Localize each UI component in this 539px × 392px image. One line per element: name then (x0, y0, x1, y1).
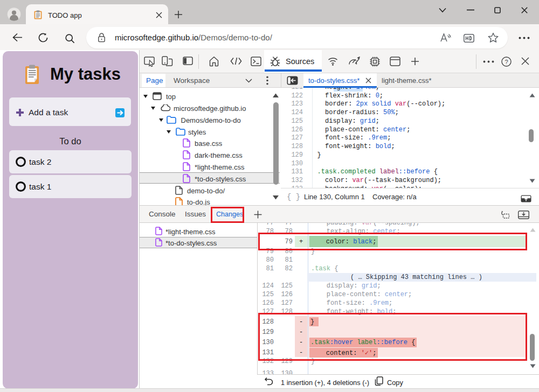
svg-text:?: ? (505, 59, 508, 65)
